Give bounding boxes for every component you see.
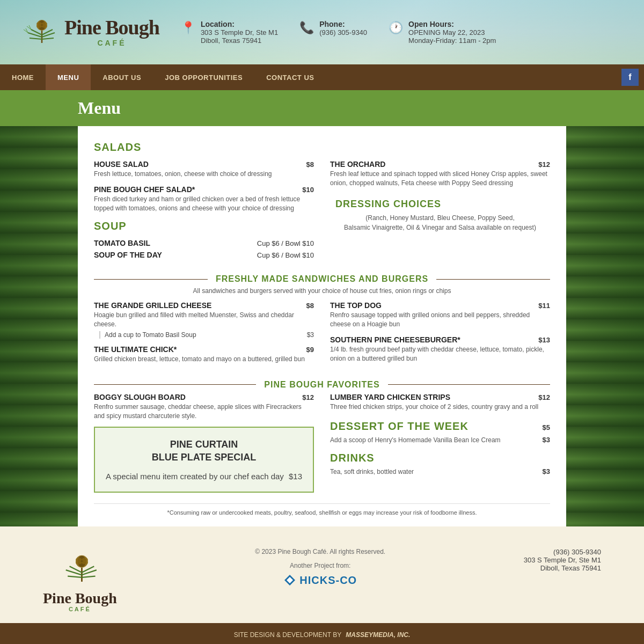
ultimate-chick-price: $9	[306, 346, 314, 354]
chef-salad: PINE BOUGH CHEF SALAD* $10 Fresh diced t…	[94, 185, 314, 213]
facebook-button[interactable]: f	[621, 69, 639, 86]
drinks-price: $3	[543, 467, 550, 475]
main-content: SALADS HOUSE SALAD $8 Fresh lettuce, tom…	[78, 126, 566, 526]
boggy-price: $12	[302, 393, 314, 401]
southern-pine-name: SOUTHERN PINE CHEESEBURGER*	[330, 335, 460, 344]
logo-area: Pine Bough CAFÉ	[21, 13, 159, 51]
footer-address1: 303 S Temple Dr, Ste M1	[524, 556, 601, 564]
grande-price: $8	[306, 302, 314, 310]
top-dog: THE TOP DOG $11 Renfro sausage topped wi…	[330, 301, 550, 329]
boggy-name: BOGGY SLOUGH BOARD	[94, 393, 186, 401]
special-desc: A special menu item created by our chef …	[106, 472, 284, 481]
orchard-desc: Fresh leaf lettuce and spinach topped wi…	[330, 170, 550, 188]
grande-addon: Add a cup to Tomato Basil Soup $3	[99, 331, 314, 339]
svg-line-12	[42, 38, 54, 39]
header-info: 📍 Location: 303 S Temple Dr, Ste M1 Dibo…	[181, 20, 496, 45]
orchard-price: $12	[538, 160, 550, 169]
grande-grilled-cheese: THE GRANDE GRILLED CHEESE $8 Hoagie bun …	[94, 301, 314, 339]
fav-divider-left	[94, 384, 256, 385]
navigation: HOME MENU ABOUT US JOB OPPORTUNITIES CON…	[0, 64, 644, 90]
phone-info: 📞 Phone: (936) 305-9340	[299, 20, 367, 45]
logo-icon	[21, 13, 59, 51]
special-title: PINE CURTAIN BLUE PLATE SPECIAL	[106, 438, 302, 464]
nav-home[interactable]: HOME	[0, 64, 46, 90]
dressing-title: DRESSING CHOICES	[335, 199, 545, 210]
soup-of-day-name: SOUP OF THE DAY	[94, 251, 162, 259]
salads-title: SALADS	[94, 141, 550, 153]
house-salad-price: $8	[306, 160, 314, 169]
sandwiches-title: FRESHLY MADE SANDWICHES AND BURGERS	[216, 274, 428, 284]
page-title: Menu	[78, 98, 566, 118]
ultimate-chick-desc: Grilled chicken breast, lettuce, tomato …	[94, 355, 314, 364]
dessert-addon: Add a scoop of Henry's Homemade Vanilla …	[330, 436, 501, 445]
phone-label: Phone:	[319, 20, 367, 28]
ultimate-chick-name: THE ULTIMATE CHICK*	[94, 345, 177, 354]
southern-pine-price: $13	[538, 336, 550, 344]
lumber-price: $12	[538, 393, 550, 401]
location-line1: 303 S Temple Dr, Ste M1	[201, 28, 278, 36]
soup-items: TOMATO BASIL Cup $6 / Bowl $10 SOUP OF T…	[94, 239, 314, 259]
boggy-desc: Renfro summer sausage, cheddar cheese, a…	[94, 402, 314, 421]
house-salad-desc: Fresh lettuce, tomatoes, onion, cheese w…	[94, 170, 314, 179]
footer-logo-name: Pine Bough	[43, 591, 117, 606]
bottom-bar: SITE DESIGN & DEVELOPMENT BY MASSEYMEDIA…	[0, 623, 644, 644]
sandwiches-grid: THE GRANDE GRILLED CHEESE $8 Hoagie bun …	[94, 301, 550, 370]
footer-project-label: Another Project from:	[255, 562, 385, 569]
fav-divider-right	[388, 384, 550, 385]
drinks-desc: Tea, soft drinks, bottled water	[330, 467, 414, 477]
nav-contact[interactable]: CONTACT US	[254, 64, 326, 90]
phone-number: (936) 305-9340	[319, 28, 367, 36]
dessert-price: $5	[543, 423, 550, 431]
hours-info: 🕐 Open Hours: OPENING May 22, 2023 Monda…	[389, 20, 496, 45]
location-info: 📍 Location: 303 S Temple Dr, Ste M1 Dibo…	[181, 20, 278, 45]
soup-of-day-price: Cup $6 / Bowl $10	[257, 251, 314, 259]
drinks-title: DRINKS	[330, 452, 375, 464]
salads-grid: HOUSE SALAD $8 Fresh lettuce, tomatoes, …	[94, 160, 550, 265]
footer-logo: Pine Bough CAFÉ	[43, 548, 117, 612]
top-dog-name: THE TOP DOG	[330, 301, 382, 310]
tomato-basil: TOMATO BASIL Cup $6 / Bowl $10	[94, 239, 314, 247]
lumber-name: LUMBER YARD CHICKEN STRIPS	[330, 393, 450, 401]
lumber-desc: Three fried chicken strips, your choice …	[330, 402, 550, 412]
hicks-co-text: HICKS-CO	[299, 574, 357, 587]
orchard-salad: THE ORCHARD $12 Fresh leaf lettuce and s…	[330, 160, 550, 188]
phone-icon: 📞	[299, 21, 314, 35]
location-label: Location:	[201, 20, 278, 28]
logo-cafe: CAFÉ	[64, 39, 159, 47]
divider-line-right	[436, 279, 550, 280]
svg-point-4	[36, 25, 42, 28]
svg-point-5	[42, 25, 47, 28]
southern-pine-desc: 1/4 lb. fresh ground beef patty with che…	[330, 345, 550, 363]
top-dog-desc: Renfro sausage topped with grilled onion…	[330, 311, 550, 329]
hicks-diamond-icon	[283, 574, 296, 587]
bottom-bar-text: SITE DESIGN & DEVELOPMENT BY MASSEYMEDIA…	[234, 631, 411, 639]
nav-jobs[interactable]: JOB OPPORTUNITIES	[153, 64, 254, 90]
svg-line-29	[82, 576, 95, 577]
logo-name: Pine Bough	[64, 17, 159, 38]
nav-about[interactable]: ABOUT US	[91, 64, 153, 90]
footer-center: © 2023 Pine Bough Café. All rights Reser…	[255, 548, 385, 587]
dessert: DESSERT OF THE WEEK $5 Add a scoop of He…	[330, 420, 550, 445]
divider-line-left	[94, 279, 208, 280]
favorites-divider: PINE BOUGH FAVORITES	[94, 380, 550, 390]
grande-name: THE GRANDE GRILLED CHEESE	[94, 301, 211, 310]
bottom-bar-company: MASSEYMEDIA, INC.	[346, 631, 410, 639]
soup-of-day: SOUP OF THE DAY Cup $6 / Bowl $10	[94, 251, 314, 259]
ultimate-chick: THE ULTIMATE CHICK* $9 Grilled chicken b…	[94, 345, 314, 364]
side-image-right	[566, 126, 644, 526]
orchard-name: THE ORCHARD	[330, 160, 385, 169]
footer: Pine Bough CAFÉ © 2023 Pine Bough Café. …	[0, 526, 644, 623]
nav-menu[interactable]: MENU	[46, 64, 91, 90]
lumber-yard: LUMBER YARD CHICKEN STRIPS $12 Three fri…	[330, 393, 550, 412]
chef-salad-name: PINE BOUGH CHEF SALAD*	[94, 185, 195, 194]
soup-title: SOUP	[94, 220, 314, 232]
grande-desc: Hoagie bun grilled and filled with melte…	[94, 311, 314, 329]
footer-logo-icon	[58, 548, 101, 591]
favorites-title: PINE BOUGH FAVORITES	[264, 380, 379, 390]
tomato-basil-price: Cup $6 / Bowl $10	[257, 239, 314, 247]
footer-logo-cafe: CAFÉ	[69, 606, 91, 612]
content-outer: SALADS HOUSE SALAD $8 Fresh lettuce, tom…	[0, 126, 644, 526]
footer-contact: (936) 305-9340 303 S Temple Dr, Ste M1 D…	[524, 548, 601, 572]
svg-point-22	[82, 561, 87, 565]
southern-pine-burger: SOUTHERN PINE CHEESEBURGER* $13 1/4 lb. …	[330, 335, 550, 363]
